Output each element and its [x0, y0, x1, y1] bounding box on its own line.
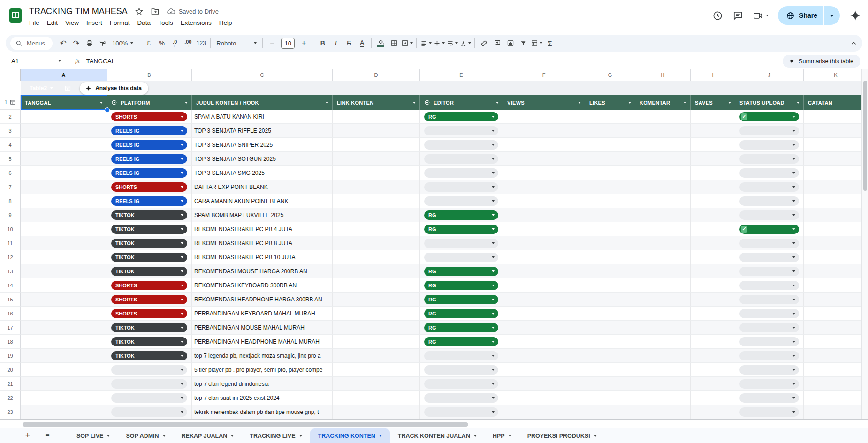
cell-likes[interactable]	[585, 236, 635, 250]
cell-saves[interactable]	[691, 405, 735, 419]
editor-chip[interactable]: RG	[424, 225, 498, 234]
cell-tanggal[interactable]	[21, 278, 107, 293]
cell-saves[interactable]	[691, 250, 735, 264]
platform-chip[interactable]: REELS IG	[111, 154, 187, 164]
sheet-tab-proyeksi-produksi[interactable]: PROYEKSI PRODUKSI	[519, 428, 605, 443]
text-rotation-button[interactable]	[459, 37, 472, 50]
platform-chip[interactable]: TIKTOK	[111, 239, 187, 248]
column-header-k[interactable]: K	[804, 69, 868, 81]
editor-chip[interactable]	[424, 239, 498, 248]
cell-likes[interactable]	[585, 264, 635, 278]
column-header-f[interactable]: F	[503, 69, 585, 81]
status-chip[interactable]: ✓	[739, 112, 799, 121]
cell-likes[interactable]	[585, 391, 635, 405]
column-header-g[interactable]: G	[585, 69, 635, 81]
platform-chip[interactable]: SHORTS	[111, 309, 187, 318]
cell-link-konten[interactable]	[333, 222, 420, 236]
cell-saves[interactable]	[691, 110, 735, 124]
cell-views[interactable]	[503, 391, 585, 405]
cell-saves[interactable]	[691, 278, 735, 293]
increase-decimal-button[interactable]: .00→	[182, 37, 194, 50]
column-header-e[interactable]: E	[420, 69, 503, 81]
cell-likes[interactable]	[585, 110, 635, 124]
cell-link-konten[interactable]	[333, 349, 420, 363]
cell-judul[interactable]: 5 tier player pb . pro player, semi pro,…	[192, 363, 333, 377]
cell-judul[interactable]: REKOMENDASI RAKIT PC PB 10 JUTA	[192, 250, 333, 264]
row-header-13[interactable]: 13	[0, 264, 21, 278]
cell-views[interactable]	[503, 307, 585, 321]
table-menu-icon[interactable]	[60, 83, 76, 94]
cell-likes[interactable]	[585, 152, 635, 166]
column-header-h[interactable]: H	[635, 69, 691, 81]
formula-input[interactable]: TANGGAL	[86, 58, 115, 65]
cell-link-konten[interactable]	[333, 293, 420, 307]
status-chip[interactable]	[739, 309, 799, 318]
cell-link-konten[interactable]	[333, 391, 420, 405]
cell-komentar[interactable]	[635, 152, 691, 166]
cell-saves[interactable]	[691, 166, 735, 180]
cell-views[interactable]	[503, 405, 585, 419]
cell-catatan[interactable]	[804, 377, 868, 391]
cell-catatan[interactable]	[804, 250, 868, 264]
star-icon[interactable]	[135, 7, 144, 16]
platform-chip[interactable]: TIKTOK	[111, 351, 187, 360]
cell-catatan[interactable]	[804, 222, 868, 236]
row-header-17[interactable]: 17	[0, 321, 21, 335]
row-header-9[interactable]: 9	[0, 208, 21, 222]
table-header-views[interactable]: VIEWS	[503, 95, 585, 110]
platform-chip[interactable]: TIKTOK	[111, 323, 187, 332]
status-chip[interactable]	[739, 239, 799, 248]
cell-judul[interactable]: REKOMENDASI HEADPHONE HARGA 300RB AN	[192, 293, 333, 307]
cell-likes[interactable]	[585, 138, 635, 152]
summarise-table-button[interactable]: Summarise this table	[783, 55, 860, 68]
status-chip[interactable]	[739, 379, 799, 389]
cell-komentar[interactable]	[635, 110, 691, 124]
status-chip[interactable]	[739, 365, 799, 375]
cell-views[interactable]	[503, 236, 585, 250]
font-size-input[interactable]: 10	[281, 38, 295, 49]
cell-catatan[interactable]	[804, 278, 868, 293]
platform-chip[interactable]: REELS IG	[111, 140, 187, 150]
move-folder-icon[interactable]	[151, 7, 160, 16]
editor-chip[interactable]: RG	[424, 323, 498, 332]
cell-saves[interactable]	[691, 264, 735, 278]
cell-komentar[interactable]	[635, 138, 691, 152]
editor-chip[interactable]	[424, 154, 498, 164]
platform-chip[interactable]	[111, 407, 187, 417]
editor-chip[interactable]: RG	[424, 295, 498, 304]
editor-chip[interactable]: RG	[424, 112, 498, 121]
row-header-3[interactable]: 3	[0, 124, 21, 138]
cell-tanggal[interactable]	[21, 335, 107, 349]
editor-chip[interactable]	[424, 407, 498, 417]
row-header-18[interactable]: 18	[0, 335, 21, 349]
cell-tanggal[interactable]	[21, 124, 107, 138]
cell-link-konten[interactable]	[333, 166, 420, 180]
cell-saves[interactable]	[691, 152, 735, 166]
meet-button[interactable]	[753, 10, 769, 21]
table-header-link-konten[interactable]: LINK KONTEN	[333, 95, 420, 110]
cell-tanggal[interactable]	[21, 250, 107, 264]
menu-item-file[interactable]: File	[25, 18, 43, 28]
cell-likes[interactable]	[585, 335, 635, 349]
column-header-j[interactable]: J	[735, 69, 804, 81]
cell-views[interactable]	[503, 293, 585, 307]
cell-komentar[interactable]	[635, 180, 691, 194]
column-header-b[interactable]: B	[107, 69, 192, 81]
platform-chip[interactable]	[111, 379, 187, 389]
cell-judul[interactable]: TOP 3 SENJATA RIFFLE 2025	[192, 124, 333, 138]
platform-chip[interactable]: TIKTOK	[111, 253, 187, 262]
vertical-scrollbar[interactable]	[861, 69, 868, 419]
cell-tanggal[interactable]	[21, 166, 107, 180]
collapse-toolbar-button[interactable]	[850, 39, 858, 47]
cell-tanggal[interactable]	[21, 363, 107, 377]
editor-chip[interactable]: RG	[424, 337, 498, 346]
cell-catatan[interactable]	[804, 307, 868, 321]
cell-views[interactable]	[503, 377, 585, 391]
editor-chip[interactable]	[424, 351, 498, 360]
cell-judul[interactable]: TOP 3 SENJATA SOTGUN 2025	[192, 152, 333, 166]
cell-komentar[interactable]	[635, 335, 691, 349]
name-box[interactable]: A1	[0, 58, 67, 65]
editor-chip[interactable]	[424, 393, 498, 403]
row-header-14[interactable]: 14	[0, 278, 21, 293]
print-button[interactable]	[83, 37, 96, 50]
